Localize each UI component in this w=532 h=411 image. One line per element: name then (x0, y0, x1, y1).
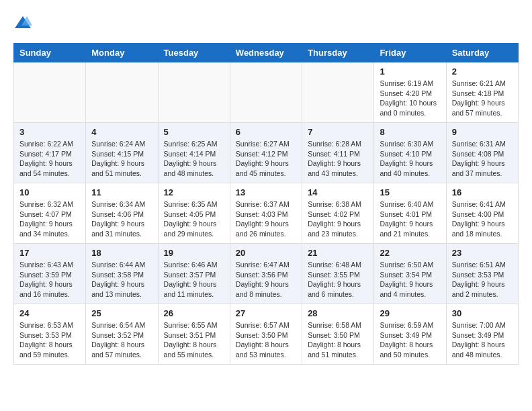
day-number: 1 (380, 66, 440, 77)
calendar-week-row: 17Sunrise: 6:43 AMSunset: 3:59 PMDayligh… (14, 244, 519, 304)
day-info: Sunrise: 6:43 AMSunset: 3:59 PMDaylight:… (19, 260, 80, 300)
day-number: 3 (19, 127, 80, 137)
day-info: Sunrise: 6:40 AMSunset: 4:01 PMDaylight:… (380, 199, 440, 239)
day-number: 8 (380, 127, 440, 137)
calendar-day-cell: 28Sunrise: 6:58 AMSunset: 3:50 PMDayligh… (302, 304, 374, 365)
logo-icon (13, 13, 32, 32)
calendar-day-cell: 2Sunrise: 6:21 AMSunset: 4:18 PMDaylight… (446, 62, 518, 123)
day-info: Sunrise: 6:30 AMSunset: 4:10 PMDaylight:… (380, 139, 440, 179)
calendar-day-cell: 13Sunrise: 6:37 AMSunset: 4:03 PMDayligh… (230, 183, 302, 244)
calendar-day-cell: 14Sunrise: 6:38 AMSunset: 4:02 PMDayligh… (302, 183, 374, 244)
calendar-day-cell: 30Sunrise: 7:00 AMSunset: 3:49 PMDayligh… (446, 304, 518, 365)
calendar-week-row: 1Sunrise: 6:19 AMSunset: 4:20 PMDaylight… (14, 62, 519, 123)
day-number: 28 (308, 308, 368, 318)
calendar-day-cell: 15Sunrise: 6:40 AMSunset: 4:01 PMDayligh… (374, 183, 446, 244)
calendar-day-cell: 7Sunrise: 6:28 AMSunset: 4:11 PMDaylight… (302, 123, 374, 183)
day-number: 2 (452, 66, 513, 77)
calendar-day-cell: 17Sunrise: 6:43 AMSunset: 3:59 PMDayligh… (14, 244, 86, 304)
calendar-day-cell: 5Sunrise: 6:25 AMSunset: 4:14 PMDaylight… (158, 123, 230, 183)
calendar-day-cell: 27Sunrise: 6:57 AMSunset: 3:50 PMDayligh… (230, 304, 302, 365)
calendar-day-cell: 29Sunrise: 6:59 AMSunset: 3:49 PMDayligh… (374, 304, 446, 365)
day-info: Sunrise: 6:50 AMSunset: 3:54 PMDaylight:… (380, 260, 440, 300)
day-number: 27 (236, 308, 296, 318)
day-info: Sunrise: 6:37 AMSunset: 4:03 PMDaylight:… (236, 199, 296, 239)
calendar-day-cell (86, 62, 158, 123)
day-info: Sunrise: 6:47 AMSunset: 3:56 PMDaylight:… (236, 260, 296, 300)
day-info: Sunrise: 6:31 AMSunset: 4:08 PMDaylight:… (452, 139, 513, 179)
page-header (13, 13, 519, 32)
weekday-header: Thursday (302, 44, 374, 62)
weekday-header: Sunday (14, 44, 86, 62)
day-number: 25 (91, 308, 152, 318)
day-info: Sunrise: 6:59 AMSunset: 3:49 PMDaylight:… (380, 320, 440, 360)
calendar-day-cell (158, 62, 230, 123)
calendar-day-cell: 22Sunrise: 6:50 AMSunset: 3:54 PMDayligh… (374, 244, 446, 304)
day-number: 10 (19, 187, 80, 197)
day-info: Sunrise: 6:48 AMSunset: 3:55 PMDaylight:… (308, 260, 368, 300)
day-number: 23 (452, 248, 513, 258)
day-info: Sunrise: 6:32 AMSunset: 4:07 PMDaylight:… (19, 199, 80, 239)
day-info: Sunrise: 6:57 AMSunset: 3:50 PMDaylight:… (236, 320, 296, 360)
calendar-day-cell: 6Sunrise: 6:27 AMSunset: 4:12 PMDaylight… (230, 123, 302, 183)
day-info: Sunrise: 6:21 AMSunset: 4:18 PMDaylight:… (452, 79, 513, 118)
calendar-day-cell: 19Sunrise: 6:46 AMSunset: 3:57 PMDayligh… (158, 244, 230, 304)
day-number: 26 (164, 308, 224, 318)
calendar-day-cell (14, 62, 86, 123)
day-info: Sunrise: 6:44 AMSunset: 3:58 PMDaylight:… (91, 260, 152, 300)
day-number: 16 (452, 187, 513, 197)
calendar-day-cell: 10Sunrise: 6:32 AMSunset: 4:07 PMDayligh… (14, 183, 86, 244)
calendar-day-cell: 24Sunrise: 6:53 AMSunset: 3:53 PMDayligh… (14, 304, 86, 365)
day-info: Sunrise: 6:53 AMSunset: 3:53 PMDaylight:… (19, 320, 80, 360)
calendar-day-cell: 23Sunrise: 6:51 AMSunset: 3:53 PMDayligh… (446, 244, 518, 304)
day-info: Sunrise: 6:28 AMSunset: 4:11 PMDaylight:… (308, 139, 368, 179)
logo (13, 13, 35, 32)
day-info: Sunrise: 6:58 AMSunset: 3:50 PMDaylight:… (308, 320, 368, 360)
day-info: Sunrise: 6:25 AMSunset: 4:14 PMDaylight:… (164, 139, 224, 179)
day-info: Sunrise: 6:51 AMSunset: 3:53 PMDaylight:… (452, 260, 513, 300)
day-info: Sunrise: 6:34 AMSunset: 4:06 PMDaylight:… (91, 199, 152, 239)
calendar-day-cell: 18Sunrise: 6:44 AMSunset: 3:58 PMDayligh… (86, 244, 158, 304)
day-number: 11 (91, 187, 152, 197)
day-number: 17 (19, 248, 80, 258)
weekday-header: Saturday (446, 44, 518, 62)
day-number: 29 (380, 308, 440, 318)
weekday-header: Friday (374, 44, 446, 62)
calendar-day-cell (230, 62, 302, 123)
calendar-day-cell: 25Sunrise: 6:54 AMSunset: 3:52 PMDayligh… (86, 304, 158, 365)
day-number: 21 (308, 248, 368, 258)
day-info: Sunrise: 6:41 AMSunset: 4:00 PMDaylight:… (452, 199, 513, 239)
day-number: 4 (91, 127, 152, 137)
day-number: 13 (236, 187, 296, 197)
calendar-day-cell: 4Sunrise: 6:24 AMSunset: 4:15 PMDaylight… (86, 123, 158, 183)
day-info: Sunrise: 6:22 AMSunset: 4:17 PMDaylight:… (19, 139, 80, 179)
calendar-table: SundayMondayTuesdayWednesdayThursdayFrid… (13, 43, 519, 365)
calendar-day-cell: 3Sunrise: 6:22 AMSunset: 4:17 PMDaylight… (14, 123, 86, 183)
day-number: 18 (91, 248, 152, 258)
day-number: 12 (164, 187, 224, 197)
calendar-day-cell (302, 62, 374, 123)
day-number: 30 (452, 308, 513, 318)
day-info: Sunrise: 6:54 AMSunset: 3:52 PMDaylight:… (91, 320, 152, 360)
day-number: 5 (164, 127, 224, 137)
day-info: Sunrise: 6:38 AMSunset: 4:02 PMDaylight:… (308, 199, 368, 239)
calendar-day-cell: 9Sunrise: 6:31 AMSunset: 4:08 PMDaylight… (446, 123, 518, 183)
calendar-day-cell: 1Sunrise: 6:19 AMSunset: 4:20 PMDaylight… (374, 62, 446, 123)
weekday-header: Wednesday (230, 44, 302, 62)
day-info: Sunrise: 6:19 AMSunset: 4:20 PMDaylight:… (380, 79, 440, 118)
day-info: Sunrise: 6:55 AMSunset: 3:51 PMDaylight:… (164, 320, 224, 360)
day-number: 19 (164, 248, 224, 258)
calendar-day-cell: 11Sunrise: 6:34 AMSunset: 4:06 PMDayligh… (86, 183, 158, 244)
day-info: Sunrise: 6:46 AMSunset: 3:57 PMDaylight:… (164, 260, 224, 300)
weekday-header: Monday (86, 44, 158, 62)
calendar-week-row: 3Sunrise: 6:22 AMSunset: 4:17 PMDaylight… (14, 123, 519, 183)
calendar-day-cell: 21Sunrise: 6:48 AMSunset: 3:55 PMDayligh… (302, 244, 374, 304)
day-info: Sunrise: 6:24 AMSunset: 4:15 PMDaylight:… (91, 139, 152, 179)
day-number: 6 (236, 127, 296, 137)
weekday-header: Tuesday (158, 44, 230, 62)
day-number: 24 (19, 308, 80, 318)
day-number: 15 (380, 187, 440, 197)
day-info: Sunrise: 7:00 AMSunset: 3:49 PMDaylight:… (452, 320, 513, 360)
day-number: 22 (380, 248, 440, 258)
calendar-day-cell: 26Sunrise: 6:55 AMSunset: 3:51 PMDayligh… (158, 304, 230, 365)
day-number: 9 (452, 127, 513, 137)
